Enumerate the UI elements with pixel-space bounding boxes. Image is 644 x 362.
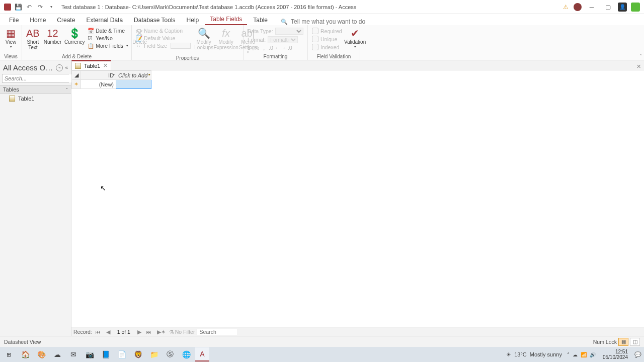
tell-me-search[interactable] bbox=[291, 18, 391, 25]
table-icon bbox=[9, 96, 15, 102]
save-icon[interactable]: 💾 bbox=[14, 3, 22, 11]
data-type-select bbox=[275, 28, 303, 35]
default-icon: 📝 bbox=[136, 35, 142, 41]
undo-icon[interactable]: ↶ bbox=[25, 3, 33, 11]
tab-create[interactable]: Create bbox=[52, 15, 80, 25]
navpane-collapse-icon[interactable]: « bbox=[65, 65, 68, 70]
warning-icon[interactable]: ⚠ bbox=[561, 3, 570, 11]
chevron-up-icon: ˄ bbox=[66, 87, 68, 92]
ribbon: ▦ View ▾ Views AB Short Text 12 Number 💲… bbox=[0, 25, 644, 60]
first-record-icon[interactable]: ⏮ bbox=[94, 329, 103, 335]
number-icon: 12 bbox=[47, 27, 58, 39]
next-record-icon[interactable]: ▶ bbox=[136, 329, 143, 335]
taskbar-app-icon[interactable]: 📘 bbox=[99, 347, 113, 361]
weather-widget[interactable]: ☀ 13°C Mostly sunny bbox=[506, 351, 562, 358]
redo-icon[interactable]: ↷ bbox=[36, 3, 44, 11]
tray-network-icon[interactable]: 📶 bbox=[581, 352, 587, 357]
start-button[interactable]: ⊞ bbox=[0, 347, 17, 362]
validation-button[interactable]: ✔ Validation ▾ bbox=[345, 26, 365, 50]
select-all-corner[interactable]: ◢ bbox=[72, 71, 81, 80]
chevron-down-icon[interactable]: ▾ bbox=[113, 72, 115, 77]
tray-onedrive-icon[interactable]: ☁ bbox=[573, 352, 578, 357]
navitem-table1[interactable]: Table1 bbox=[0, 94, 71, 103]
column-header-click-to-add[interactable]: Click to Add ▾ bbox=[116, 71, 151, 80]
minimize-button[interactable]: ─ bbox=[586, 3, 598, 12]
short-text-button[interactable]: AB Short Text bbox=[25, 26, 41, 51]
expression-icon: fx bbox=[222, 27, 230, 39]
taskbar-brave-icon[interactable]: 🦁 bbox=[131, 347, 145, 361]
navigation-pane: All Access Obj... « « 🔍 Tables ˄ Table1 bbox=[0, 60, 71, 336]
tab-table[interactable]: Table bbox=[248, 15, 273, 25]
collapse-ribbon-icon[interactable]: ˄ bbox=[639, 53, 642, 59]
prev-record-icon[interactable]: ◀ bbox=[105, 329, 112, 335]
taskbar-app-icon[interactable]: ☁ bbox=[50, 347, 64, 361]
close-tab-icon[interactable]: ✕ bbox=[103, 62, 108, 69]
group-views-label: Views bbox=[3, 54, 19, 60]
qat-customize-icon[interactable]: ▾ bbox=[47, 3, 55, 11]
taskbar-clock[interactable]: 12:51 05/10/2024 bbox=[599, 349, 632, 360]
calendar-icon: 📅 bbox=[88, 28, 94, 34]
record-search-input[interactable] bbox=[197, 329, 237, 335]
unique-checkbox: Unique bbox=[311, 35, 343, 43]
addon-icon-1[interactable]: 👤 bbox=[618, 3, 627, 12]
tab-database-tools[interactable]: Database Tools bbox=[129, 15, 181, 25]
navpane-search-input[interactable] bbox=[3, 74, 76, 82]
column-header-id[interactable]: ID ▾ bbox=[81, 71, 116, 80]
taskbar-skype-icon[interactable]: Ⓢ bbox=[163, 347, 177, 361]
navpane-menu-icon[interactable]: « bbox=[56, 64, 63, 71]
size-icon: ↔ bbox=[136, 43, 142, 49]
required-checkbox: Required bbox=[311, 27, 343, 35]
design-view-button[interactable]: ◫ bbox=[630, 338, 640, 346]
addon-icon-2[interactable] bbox=[631, 3, 640, 12]
datasheet[interactable]: ◢ ID ▾ Click to Add ▾ ✶ (New) bbox=[71, 70, 644, 327]
tray-chevron-icon[interactable]: ˄ bbox=[567, 352, 570, 357]
numlock-indicator: Num Lock bbox=[593, 339, 617, 345]
view-mode-label: Datasheet View bbox=[4, 339, 41, 345]
navgroup-tables[interactable]: Tables ˄ bbox=[0, 85, 71, 94]
taskbar-notepad-icon[interactable]: 📄 bbox=[115, 347, 129, 361]
tab-file[interactable]: File bbox=[4, 15, 24, 25]
cell-id-new[interactable]: (New) bbox=[81, 80, 116, 89]
decrease-decimal-icon: ←.0 bbox=[281, 44, 293, 51]
validation-icon: ✔ bbox=[351, 27, 359, 39]
taskbar-home-icon[interactable]: 🏠 bbox=[18, 347, 32, 361]
modify-expression-button: fx Modify Expression bbox=[216, 26, 236, 51]
user-avatar-icon[interactable] bbox=[574, 3, 582, 11]
doctab-table1[interactable]: Table1 ✕ bbox=[71, 60, 111, 70]
notification-center-icon[interactable]: 💬 bbox=[632, 347, 644, 362]
tab-help[interactable]: Help bbox=[182, 15, 204, 25]
last-record-icon[interactable]: ⏭ bbox=[145, 329, 153, 335]
more-fields-button[interactable]: 📋More Fields▾ bbox=[87, 42, 129, 49]
tray-volume-icon[interactable]: 🔊 bbox=[590, 352, 596, 357]
tab-home[interactable]: Home bbox=[25, 15, 51, 25]
taskbar-app-icon[interactable]: 🎨 bbox=[34, 347, 48, 361]
new-record-icon[interactable]: ▶✶ bbox=[155, 329, 167, 335]
maximize-button[interactable]: ▢ bbox=[602, 3, 614, 12]
navpane-title[interactable]: All Access Obj... bbox=[3, 63, 55, 72]
currency-button[interactable]: 💲 Currency bbox=[64, 26, 85, 46]
view-button[interactable]: ▦ View ▾ bbox=[3, 26, 19, 50]
number-button[interactable]: 12 Number bbox=[43, 26, 63, 46]
search-icon: 🔍 bbox=[281, 19, 288, 25]
yes-no-button[interactable]: ☑Yes/No bbox=[87, 35, 129, 42]
tab-external-data[interactable]: External Data bbox=[81, 15, 128, 25]
format-row: Format: Formatting bbox=[247, 36, 304, 44]
window-title: Test database 1 : Database- C:\Users\Mar… bbox=[61, 4, 356, 10]
taskbar-camera-icon[interactable]: 📷 bbox=[83, 347, 97, 361]
chevron-down-icon[interactable]: ▾ bbox=[148, 72, 150, 77]
record-position-input[interactable] bbox=[114, 329, 134, 335]
close-all-tabs-icon[interactable]: ✕ bbox=[633, 63, 644, 70]
taskbar-access-icon[interactable]: A bbox=[195, 347, 209, 361]
datasheet-view-button[interactable]: ▦ bbox=[618, 338, 628, 346]
taskbar-chrome-icon[interactable]: 🌐 bbox=[179, 347, 193, 361]
taskbar-outlook-icon[interactable]: ✉ bbox=[66, 347, 80, 361]
no-filter-indicator: ⚗No Filter bbox=[169, 329, 195, 335]
group-formatting-label: Formatting bbox=[247, 54, 304, 60]
cell-selected-new[interactable] bbox=[116, 80, 151, 89]
row-selector-new[interactable]: ✶ bbox=[72, 80, 81, 89]
tab-table-fields[interactable]: Table Fields bbox=[205, 14, 247, 25]
taskbar-explorer-icon[interactable]: 📁 bbox=[147, 347, 161, 361]
record-navigator: Record: ⏮ ◀ ▶ ⏭ ▶✶ ⚗No Filter bbox=[71, 327, 644, 336]
date-time-button[interactable]: 📅Date & Time bbox=[87, 27, 129, 34]
data-type-row: Data Type: bbox=[247, 27, 304, 35]
